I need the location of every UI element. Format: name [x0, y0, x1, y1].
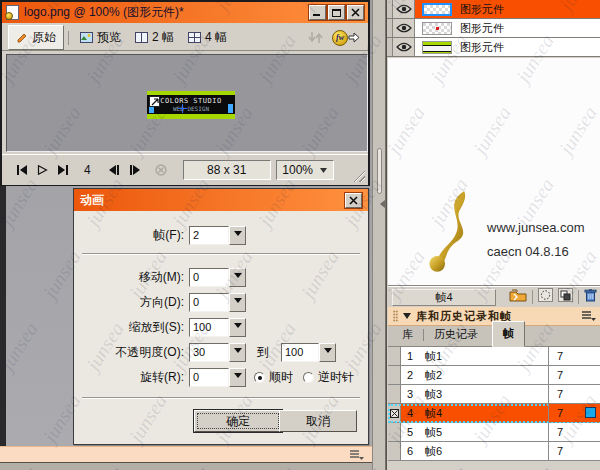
opacity-field-label: 不透明度(O):: [74, 344, 184, 361]
eye-icon[interactable]: [393, 0, 415, 18]
direction-combo[interactable]: 0: [189, 293, 246, 312]
maximize-button[interactable]: [328, 5, 345, 20]
onion-marker-icon[interactable]: [388, 404, 401, 422]
ok-button[interactable]: 确定: [194, 410, 282, 432]
radio-selected-icon: [254, 372, 265, 383]
gif-disposal-indicator[interactable]: [585, 407, 596, 418]
two-up-icon: [135, 32, 148, 43]
opacity-to-combo[interactable]: 100: [281, 343, 336, 362]
tab-history[interactable]: 历史记录: [426, 324, 486, 346]
rotate-combo[interactable]: 0: [189, 368, 246, 387]
clockwise-radio[interactable]: 顺时: [254, 369, 293, 386]
last-frame-button[interactable]: [52, 162, 72, 178]
layer-row[interactable]: 图形元件: [387, 0, 600, 19]
tab-preview[interactable]: 预览: [73, 26, 128, 49]
zoom-level-dropdown[interactable]: 100%: [276, 160, 334, 180]
tab-frames[interactable]: 帧: [492, 321, 525, 347]
distribute-to-frames-button[interactable]: [509, 288, 527, 306]
panel-tabs: 库 历史记录 帧: [388, 326, 600, 347]
tab-original[interactable]: 原始: [8, 25, 64, 50]
resize-grip[interactable]: [352, 169, 365, 182]
previous-frame-button[interactable]: [105, 162, 125, 178]
workspace-edge: [0, 186, 6, 446]
chevron-down-icon[interactable]: [319, 343, 336, 362]
dialog-close-button[interactable]: [345, 193, 362, 208]
first-frame-button[interactable]: [12, 162, 32, 178]
layer-thumbnail: [422, 41, 452, 54]
fireworks-logo-icon: fw: [332, 30, 348, 46]
frames-combo[interactable]: 2: [189, 226, 246, 245]
opacity-from-combo[interactable]: 30: [189, 343, 246, 362]
eye-icon[interactable]: [393, 19, 415, 37]
document-titlebar[interactable]: logo.png @ 100% (图形元件)*: [2, 2, 368, 23]
trash-icon[interactable]: [584, 288, 597, 306]
chevron-down-icon[interactable]: [229, 226, 246, 245]
play-button[interactable]: [32, 162, 52, 178]
symbol-handle-icon[interactable]: [149, 96, 160, 107]
workspace-bottom: [0, 462, 372, 470]
splitter-gripper[interactable]: [377, 148, 382, 194]
layer-row[interactable]: 图形元件: [387, 38, 600, 57]
current-frame-indicator[interactable]: 帧4: [392, 289, 496, 306]
frame-row-selected[interactable]: 4帧4 7: [388, 404, 600, 423]
collapse-arrow-icon: [376, 200, 385, 208]
quick-export-button[interactable]: fw: [332, 30, 360, 46]
close-icon: [349, 196, 358, 205]
frame-row[interactable]: 6帧6 7: [388, 442, 600, 461]
minimize-button[interactable]: [309, 5, 326, 20]
panel-options-icon[interactable]: [581, 307, 596, 325]
chevron-down-icon[interactable]: [229, 318, 246, 337]
onion-skin-button[interactable]: [538, 288, 553, 306]
stop-button: [151, 162, 171, 178]
frame-delay[interactable]: 7: [557, 369, 563, 381]
counterclockwise-radio[interactable]: 逆时针: [303, 369, 354, 386]
chevron-down-icon[interactable]: [229, 268, 246, 287]
chevron-down-icon[interactable]: [229, 368, 246, 387]
dialog-titlebar[interactable]: 动画: [74, 189, 368, 211]
frame-delay[interactable]: 7: [557, 407, 563, 419]
layer-row[interactable]: 图形元件: [387, 19, 600, 38]
collapsed-panel-bar[interactable]: [0, 446, 372, 462]
frame-delay[interactable]: 7: [557, 445, 563, 457]
tab-library[interactable]: 库: [394, 324, 421, 346]
frame-delay[interactable]: 7: [557, 388, 563, 400]
move-combo[interactable]: 0: [189, 268, 246, 287]
canvas[interactable]: COLORS STUDIO WEB DESIGN: [6, 54, 368, 152]
layers-panel-statusbar: 帧4: [388, 286, 600, 307]
panel-options-icon[interactable]: [349, 446, 364, 464]
dialog-title: 动画: [80, 192, 104, 209]
fireworks-document-icon: [6, 5, 19, 20]
watermark-url: www.junsea.com: [487, 220, 585, 235]
scale-combo[interactable]: 100: [189, 318, 246, 337]
frame-row[interactable]: 2帧2 7: [388, 366, 600, 385]
logo-artwork[interactable]: COLORS STUDIO WEB DESIGN: [147, 91, 235, 119]
minimize-icon: [313, 8, 322, 17]
frame-delay[interactable]: 7: [557, 426, 563, 438]
frame-row[interactable]: 3帧3 7: [388, 385, 600, 404]
tab-2up[interactable]: 2 幅: [128, 26, 181, 49]
frames-table: 1帧1 7 2帧2 7 3帧3 7 4帧4 7: [388, 347, 600, 461]
new-frame-button[interactable]: [558, 288, 573, 306]
close-button[interactable]: [347, 5, 364, 20]
panel-empty-area: www.junsea.com caecn 04.8.16: [388, 58, 600, 286]
chevron-down-icon[interactable]: [229, 293, 246, 312]
next-frame-button[interactable]: [125, 162, 145, 178]
layer-thumbnail: [422, 22, 452, 35]
frame-row[interactable]: 1帧1 7: [388, 347, 600, 366]
eye-icon[interactable]: [393, 38, 415, 56]
drag-dots-icon: [393, 310, 398, 322]
direction-field-label: 方向(D):: [74, 294, 184, 311]
tab-4up[interactable]: 4 幅: [181, 26, 234, 49]
collapse-triangle-icon[interactable]: [403, 313, 411, 323]
cancel-button[interactable]: 取消: [279, 410, 357, 432]
document-window: logo.png @ 100% (图形元件)* 原始: [0, 0, 370, 186]
frame-delay[interactable]: 7: [557, 350, 563, 362]
chevron-down-icon[interactable]: [229, 343, 246, 362]
export-arrow-icon: [348, 32, 360, 43]
frame-row[interactable]: 5帧5 7: [388, 423, 600, 442]
panel-splitter[interactable]: [372, 0, 386, 470]
rotate-field-label: 旋转(R):: [74, 369, 184, 386]
document-size-display: 88 x 31: [183, 160, 271, 180]
document-statusbar: 4 88 x 31 100%: [2, 154, 368, 185]
opacity-to-label: 到: [257, 344, 269, 361]
